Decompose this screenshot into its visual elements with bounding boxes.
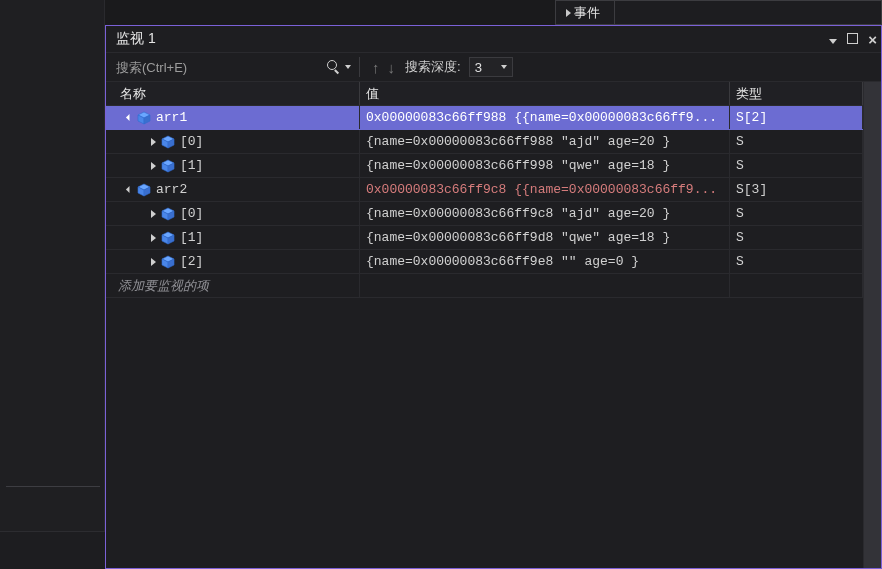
close-icon[interactable]: × <box>868 32 877 47</box>
depth-select[interactable]: 3 <box>469 57 513 77</box>
type-cell: S <box>730 250 863 273</box>
panel-title: 监视 1 <box>116 30 156 48</box>
watch-row[interactable]: arr10x00000083c66ff988 {{name=0x00000083… <box>106 106 863 130</box>
struct-icon <box>160 255 176 269</box>
type-cell: S <box>730 226 863 249</box>
panel-titlebar: 监视 1 × <box>106 26 881 52</box>
window-options-icon[interactable] <box>829 31 837 47</box>
name-cell[interactable]: [1] <box>106 226 360 249</box>
expand-icon[interactable] <box>148 162 158 170</box>
value-cell[interactable]: 0x00000083c66ff988 {{name=0x00000083c66f… <box>360 106 730 129</box>
collapse-icon[interactable] <box>124 115 134 120</box>
vertical-scrollbar[interactable] <box>863 82 881 568</box>
struct-icon <box>136 183 152 197</box>
struct-icon <box>160 159 176 173</box>
search-options-icon[interactable] <box>345 65 351 69</box>
struct-icon <box>160 207 176 221</box>
search-box[interactable] <box>116 56 326 78</box>
var-name: [0] <box>180 206 203 221</box>
grid-container: 名称 值 类型 arr10x00000083c66ff988 {{name=0x… <box>106 82 881 568</box>
divider <box>359 57 360 77</box>
search-next-button[interactable]: ↓ <box>384 59 400 76</box>
value-cell[interactable]: {name=0x00000083c66ff988 "ajd" age=20 } <box>360 130 730 153</box>
chevron-right-icon <box>566 9 571 17</box>
watch-row[interactable]: [2]{name=0x00000083c66ff9e8 "" age=0 }S <box>106 250 863 274</box>
expand-icon[interactable] <box>148 138 158 146</box>
type-cell: S[3] <box>730 178 863 201</box>
col-type[interactable]: 类型 <box>730 82 863 105</box>
value-cell[interactable]: 0x00000083c66ff9c8 {{name=0x00000083c66f… <box>360 178 730 201</box>
watch-row[interactable]: [1]{name=0x00000083c66ff998 "qwe" age=18… <box>106 154 863 178</box>
watch-panel: 监视 1 × ↑ ↓ 搜索深度: 3 名称 值 类型 <box>105 25 882 569</box>
value-cell <box>360 274 730 297</box>
value-cell[interactable]: {name=0x00000083c66ff9c8 "ajd" age=20 } <box>360 202 730 225</box>
value-cell[interactable]: {name=0x00000083c66ff998 "qwe" age=18 } <box>360 154 730 177</box>
search-prev-button[interactable]: ↑ <box>368 59 384 76</box>
type-cell: S <box>730 202 863 225</box>
expand-icon[interactable] <box>148 210 158 218</box>
watch-row[interactable]: arr20x00000083c66ff9c8 {{name=0x00000083… <box>106 178 863 202</box>
expand-icon[interactable] <box>148 258 158 266</box>
type-cell: S <box>730 130 863 153</box>
name-cell[interactable]: arr1 <box>106 106 360 129</box>
name-cell[interactable]: [0] <box>106 202 360 225</box>
tab-label: 事件 <box>574 4 600 22</box>
watch-row[interactable]: [1]{name=0x00000083c66ff9d8 "qwe" age=18… <box>106 226 863 250</box>
type-cell <box>730 274 863 297</box>
add-watch-row[interactable]: 添加要监视的项 <box>106 274 863 298</box>
tab-events[interactable]: 事件 <box>556 1 615 24</box>
left-gutter <box>0 0 105 569</box>
expand-icon[interactable] <box>148 234 158 242</box>
maximize-icon[interactable] <box>847 31 858 47</box>
collapse-icon[interactable] <box>124 187 134 192</box>
watch-row[interactable]: [0]{name=0x00000083c66ff988 "ajd" age=20… <box>106 130 863 154</box>
struct-icon <box>136 111 152 125</box>
var-name: [0] <box>180 134 203 149</box>
name-cell[interactable]: arr2 <box>106 178 360 201</box>
struct-icon <box>160 135 176 149</box>
depth-value: 3 <box>475 60 482 75</box>
divider <box>6 486 100 487</box>
var-name: [1] <box>180 230 203 245</box>
var-name: arr1 <box>156 110 187 125</box>
add-watch-label[interactable]: 添加要监视的项 <box>106 274 360 297</box>
panel-toolbar: ↑ ↓ 搜索深度: 3 <box>106 52 881 82</box>
type-cell: S <box>730 154 863 177</box>
type-cell: S[2] <box>730 106 863 129</box>
struct-icon <box>160 231 176 245</box>
name-cell[interactable]: [0] <box>106 130 360 153</box>
value-cell[interactable]: {name=0x00000083c66ff9e8 "" age=0 } <box>360 250 730 273</box>
search-icon[interactable] <box>326 59 342 75</box>
search-input[interactable] <box>116 60 326 75</box>
var-name: arr2 <box>156 182 187 197</box>
header-row: 名称 值 类型 <box>106 82 863 106</box>
watch-row[interactable]: [0]{name=0x00000083c66ff9c8 "ajd" age=20… <box>106 202 863 226</box>
value-cell[interactable]: {name=0x00000083c66ff9d8 "qwe" age=18 } <box>360 226 730 249</box>
chevron-down-icon <box>501 65 507 69</box>
events-tabstrip: 事件 <box>555 0 882 25</box>
watch-grid: 名称 值 类型 arr10x00000083c66ff988 {{name=0x… <box>106 82 863 568</box>
var-name: [2] <box>180 254 203 269</box>
name-cell[interactable]: [1] <box>106 154 360 177</box>
var-name: [1] <box>180 158 203 173</box>
col-name[interactable]: 名称 <box>106 82 360 105</box>
name-cell[interactable]: [2] <box>106 250 360 273</box>
col-value[interactable]: 值 <box>360 82 730 105</box>
depth-label: 搜索深度: <box>405 58 461 76</box>
